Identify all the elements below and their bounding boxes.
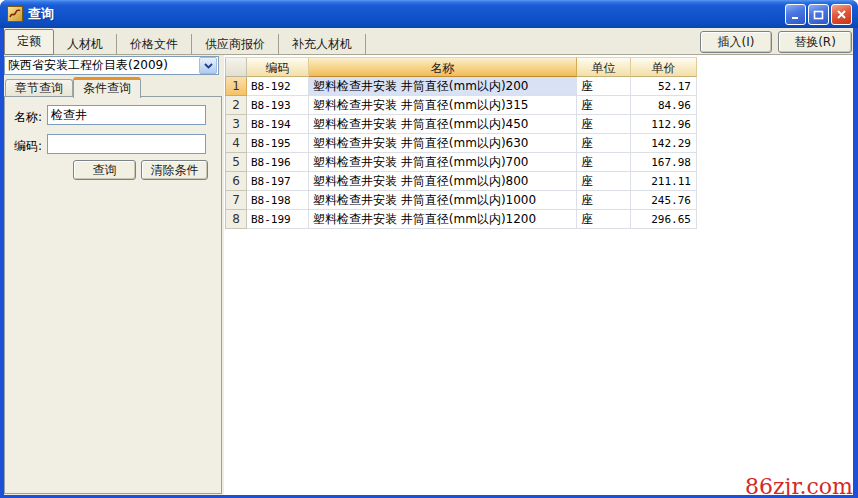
- row-number[interactable]: 5: [225, 153, 247, 172]
- header-price[interactable]: 单价: [631, 57, 697, 77]
- table-row[interactable]: 1B8-192塑料检查井安装 井筒直径(mm以内)200座52.17: [225, 77, 697, 96]
- cell-price[interactable]: 52.17: [631, 77, 697, 96]
- row-number[interactable]: 1: [225, 77, 247, 96]
- cell-unit[interactable]: 座: [577, 115, 631, 134]
- cell-price[interactable]: 84.96: [631, 96, 697, 115]
- condition-query-pane: 名称: 编码: 查询 清除条件: [4, 96, 222, 494]
- window-title: 查询: [28, 5, 54, 23]
- main-tabs: 定额人材机价格文件供应商报价补充人材机: [4, 28, 366, 54]
- cell-name[interactable]: 塑料检查井安装 井筒直径(mm以内)315: [309, 96, 577, 115]
- cell-code[interactable]: B8-197: [247, 172, 309, 191]
- query-button[interactable]: 查询: [73, 160, 136, 180]
- table-header-row: 编码名称单位单价: [225, 57, 697, 77]
- watermark: 86zjr.com: [745, 474, 853, 495]
- tab-chapter-query[interactable]: 章节查询: [5, 79, 73, 97]
- maximize-icon: [813, 9, 824, 20]
- code-input[interactable]: [47, 134, 206, 154]
- content-area: 陕西省安装工程价目表(2009) 章节查询 条件查询 名称: 编码: 查询 清除…: [4, 55, 853, 495]
- insert-button[interactable]: 插入(I): [700, 31, 772, 53]
- minimize-button[interactable]: [785, 4, 806, 25]
- cell-name[interactable]: 塑料检查井安装 井筒直径(mm以内)1200: [309, 210, 577, 229]
- cell-unit[interactable]: 座: [577, 77, 631, 96]
- table-row[interactable]: 6B8-197塑料检查井安装 井筒直径(mm以内)800座211.11: [225, 172, 697, 191]
- header-corner: [225, 57, 247, 77]
- main-tab[interactable]: 供应商报价: [192, 34, 279, 54]
- cell-unit[interactable]: 座: [577, 153, 631, 172]
- row-number[interactable]: 8: [225, 210, 247, 229]
- cell-name[interactable]: 塑料检查井安装 井筒直径(mm以内)200: [309, 77, 577, 96]
- main-tab[interactable]: 人材机: [54, 34, 117, 54]
- row-number[interactable]: 4: [225, 134, 247, 153]
- main-tab[interactable]: 补充人材机: [279, 34, 366, 54]
- table-row[interactable]: 8B8-199塑料检查井安装 井筒直径(mm以内)1200座296.65: [225, 210, 697, 229]
- table-row[interactable]: 3B8-194塑料检查井安装 井筒直径(mm以内)450座112.96: [225, 115, 697, 134]
- main-tab-bar: 定额人材机价格文件供应商报价补充人材机 插入(I) 替换(R): [4, 28, 853, 55]
- header-code[interactable]: 编码: [247, 57, 309, 77]
- name-label: 名称:: [14, 109, 42, 126]
- cell-code[interactable]: B8-198: [247, 191, 309, 210]
- chevron-down-icon: [204, 63, 213, 69]
- main-tab[interactable]: 定额: [4, 29, 54, 55]
- main-tab[interactable]: 价格文件: [117, 34, 192, 54]
- maximize-button[interactable]: [808, 4, 829, 25]
- header-name[interactable]: 名称: [309, 57, 577, 77]
- cell-code[interactable]: B8-192: [247, 77, 309, 96]
- combo-dropdown-button[interactable]: [199, 57, 217, 74]
- name-input[interactable]: [47, 105, 206, 125]
- minimize-icon: [790, 9, 801, 20]
- query-mode-tabs: 章节查询 条件查询: [5, 76, 141, 97]
- table-row[interactable]: 7B8-198塑料检查井安装 井筒直径(mm以内)1000座245.76: [225, 191, 697, 210]
- cell-price[interactable]: 296.65: [631, 210, 697, 229]
- close-icon: [836, 9, 847, 20]
- cell-unit[interactable]: 座: [577, 134, 631, 153]
- cell-code[interactable]: B8-195: [247, 134, 309, 153]
- cell-code[interactable]: B8-193: [247, 96, 309, 115]
- clear-conditions-button[interactable]: 清除条件: [141, 160, 208, 180]
- cell-name[interactable]: 塑料检查井安装 井筒直径(mm以内)630: [309, 134, 577, 153]
- row-number[interactable]: 6: [225, 172, 247, 191]
- cell-code[interactable]: B8-194: [247, 115, 309, 134]
- tab-condition-query[interactable]: 条件查询: [73, 77, 141, 98]
- cell-name[interactable]: 塑料检查井安装 井筒直径(mm以内)450: [309, 115, 577, 134]
- table-row[interactable]: 2B8-193塑料检查井安装 井筒直径(mm以内)315座84.96: [225, 96, 697, 115]
- window-controls: [785, 4, 852, 25]
- client-area: 定额人材机价格文件供应商报价补充人材机 插入(I) 替换(R) 陕西省安装工程价…: [4, 28, 853, 495]
- results-area: 编码名称单位单价1B8-192塑料检查井安装 井筒直径(mm以内)200座52.…: [224, 55, 853, 495]
- table-row[interactable]: 4B8-195塑料检查井安装 井筒直径(mm以内)630座142.29: [225, 134, 697, 153]
- cell-price[interactable]: 211.11: [631, 172, 697, 191]
- app-logo-icon: [7, 6, 23, 22]
- code-label: 编码:: [14, 138, 42, 155]
- results-table: 编码名称单位单价1B8-192塑料检查井安装 井筒直径(mm以内)200座52.…: [225, 57, 697, 229]
- price-book-value: 陕西省安装工程价目表(2009): [5, 57, 199, 74]
- close-button[interactable]: [831, 4, 852, 25]
- row-number[interactable]: 7: [225, 191, 247, 210]
- cell-price[interactable]: 167.98: [631, 153, 697, 172]
- cell-name[interactable]: 塑料检查井安装 井筒直径(mm以内)1000: [309, 191, 577, 210]
- replace-button[interactable]: 替换(R): [778, 31, 852, 53]
- query-window: 查询 定额人材机价格文件供应商报价补充人材机 插入(I) 替换(R) 陕西省安装…: [0, 0, 858, 498]
- row-number[interactable]: 2: [225, 96, 247, 115]
- cell-unit[interactable]: 座: [577, 96, 631, 115]
- cell-code[interactable]: B8-196: [247, 153, 309, 172]
- cell-code[interactable]: B8-199: [247, 210, 309, 229]
- header-unit[interactable]: 单位: [577, 57, 631, 77]
- price-book-select[interactable]: 陕西省安装工程价目表(2009): [4, 56, 219, 75]
- cell-name[interactable]: 塑料检查井安装 井筒直径(mm以内)700: [309, 153, 577, 172]
- cell-name[interactable]: 塑料检查井安装 井筒直径(mm以内)800: [309, 172, 577, 191]
- table-row[interactable]: 5B8-196塑料检查井安装 井筒直径(mm以内)700座167.98: [225, 153, 697, 172]
- cell-price[interactable]: 142.29: [631, 134, 697, 153]
- left-panel: 陕西省安装工程价目表(2009) 章节查询 条件查询 名称: 编码: 查询 清除…: [4, 55, 224, 495]
- cell-unit[interactable]: 座: [577, 210, 631, 229]
- cell-unit[interactable]: 座: [577, 172, 631, 191]
- cell-unit[interactable]: 座: [577, 191, 631, 210]
- cell-price[interactable]: 112.96: [631, 115, 697, 134]
- row-number[interactable]: 3: [225, 115, 247, 134]
- title-bar[interactable]: 查询: [0, 0, 858, 28]
- cell-price[interactable]: 245.76: [631, 191, 697, 210]
